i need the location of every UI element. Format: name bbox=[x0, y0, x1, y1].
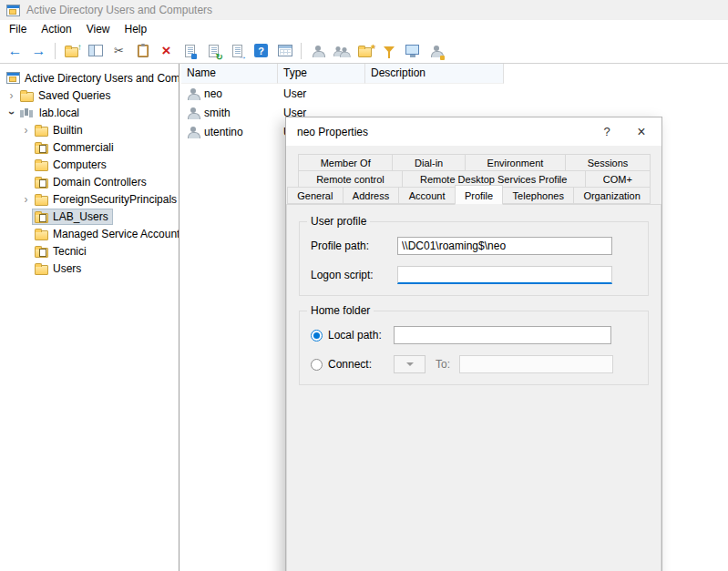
profile-path-label: Profile path: bbox=[311, 240, 397, 252]
properties-button[interactable] bbox=[179, 40, 201, 62]
tree-item-saved-queries[interactable]: Saved Queries bbox=[0, 87, 179, 104]
tree-item-computers[interactable]: Computers bbox=[0, 156, 179, 173]
paste-button[interactable] bbox=[131, 40, 154, 62]
user-name: neo bbox=[204, 87, 222, 100]
user-name: smith bbox=[204, 107, 231, 119]
user-icon bbox=[187, 87, 200, 100]
home-folder-group: Home folder Local path: Connect: To: bbox=[299, 311, 649, 385]
menu-action[interactable]: Action bbox=[34, 21, 78, 37]
export-list-icon bbox=[232, 45, 242, 57]
view-options-icon bbox=[278, 45, 292, 56]
tab-remote-control[interactable]: Remote control bbox=[298, 170, 403, 188]
to-label: To: bbox=[436, 358, 454, 371]
local-path-radio[interactable] bbox=[311, 330, 323, 342]
connect-radio[interactable] bbox=[311, 359, 323, 371]
list-item-neo[interactable]: neo User bbox=[181, 84, 728, 103]
toolbar-separator bbox=[301, 43, 302, 59]
folder-icon bbox=[20, 92, 34, 102]
dialog-close-button[interactable]: × bbox=[621, 117, 661, 146]
connect-path-input bbox=[459, 355, 613, 373]
help-icon: ? bbox=[254, 44, 268, 57]
tab-sessions[interactable]: Sessions bbox=[565, 154, 651, 171]
logon-script-input[interactable] bbox=[397, 266, 612, 284]
tab-organization[interactable]: Organization bbox=[573, 187, 651, 204]
tab-telephones[interactable]: Telephones bbox=[502, 187, 574, 204]
console-tree: Active Directory Users and Computers Sav… bbox=[0, 64, 179, 571]
show-hide-console-tree-button[interactable] bbox=[84, 40, 107, 62]
tab-com-plus[interactable]: COM+ bbox=[585, 170, 651, 188]
delete-button[interactable] bbox=[155, 40, 178, 62]
export-list-button[interactable] bbox=[226, 40, 249, 62]
user-type: User bbox=[278, 87, 365, 100]
chevron-down-icon[interactable] bbox=[5, 107, 18, 118]
user-name: utentino bbox=[204, 126, 243, 138]
tab-profile[interactable]: Profile bbox=[455, 185, 504, 205]
tree-item-managed-service-accounts[interactable]: Managed Service Accounts bbox=[0, 225, 179, 242]
tab-general[interactable]: General bbox=[287, 187, 343, 204]
back-icon bbox=[8, 43, 23, 59]
chevron-right-icon[interactable] bbox=[20, 193, 32, 206]
toolbar-separator bbox=[55, 43, 56, 59]
menu-help[interactable]: Help bbox=[118, 21, 155, 37]
up-one-level-button[interactable] bbox=[60, 40, 83, 62]
aduc-window: Active Directory Users and Computers Fil… bbox=[0, 0, 728, 571]
tab-dial-in[interactable]: Dial-in bbox=[392, 154, 466, 171]
tree-item-lab-users[interactable]: LAB_Users bbox=[0, 208, 179, 225]
ou-folder-icon bbox=[35, 178, 48, 189]
cut-button[interactable] bbox=[108, 40, 130, 62]
paste-icon bbox=[138, 45, 149, 57]
refresh-icon bbox=[209, 45, 219, 57]
chevron-right-icon[interactable] bbox=[5, 89, 17, 102]
tree-item-users[interactable]: Users bbox=[0, 260, 179, 277]
ou-folder-icon bbox=[35, 248, 48, 258]
console-icon bbox=[6, 72, 20, 84]
tab-account[interactable]: Account bbox=[398, 187, 455, 204]
home-folder-legend: Home folder bbox=[307, 304, 374, 317]
ou-folder-icon bbox=[35, 144, 48, 154]
tree-item-lab-local[interactable]: lab.local bbox=[0, 104, 179, 121]
tab-member-of[interactable]: Member Of bbox=[298, 154, 393, 171]
tree-item-foreign-security-principals[interactable]: ForeignSecurityPrincipals bbox=[0, 190, 179, 208]
user-icon bbox=[187, 126, 200, 138]
show-hide-console-tree-icon bbox=[88, 45, 103, 56]
column-header-name[interactable]: Name bbox=[181, 64, 278, 84]
connect-label: Connect: bbox=[328, 358, 394, 371]
set-filter-button[interactable] bbox=[377, 40, 400, 62]
forward-icon bbox=[32, 43, 46, 59]
menu-file[interactable]: File bbox=[2, 21, 34, 37]
tree-item-builtin[interactable]: Builtin bbox=[0, 121, 179, 138]
change-domain-button[interactable] bbox=[425, 40, 447, 62]
tree-item-root[interactable]: Active Directory Users and Computers bbox=[0, 69, 179, 87]
tab-environment[interactable]: Environment bbox=[465, 154, 566, 171]
tree-item-tecnici[interactable]: Tecnici bbox=[0, 242, 179, 260]
create-ou-icon bbox=[358, 47, 372, 57]
folder-icon bbox=[35, 161, 48, 171]
back-button[interactable] bbox=[4, 40, 26, 62]
dialog-help-button[interactable]: ? bbox=[592, 117, 621, 146]
refresh-button[interactable] bbox=[202, 40, 225, 62]
domain-icon bbox=[20, 107, 35, 118]
profile-path-input[interactable] bbox=[397, 237, 612, 255]
chevron-right-icon[interactable] bbox=[20, 124, 32, 137]
create-ou-button[interactable] bbox=[354, 40, 376, 62]
tree-item-commerciali[interactable]: Commerciali bbox=[0, 138, 179, 156]
find-objects-icon bbox=[405, 45, 419, 55]
find-objects-button[interactable] bbox=[401, 40, 424, 62]
dialog-title: neo Properties bbox=[297, 126, 592, 138]
tab-address[interactable]: Address bbox=[343, 187, 400, 204]
create-user-button[interactable] bbox=[306, 40, 329, 62]
tree-item-domain-controllers[interactable]: Domain Controllers bbox=[0, 173, 179, 190]
column-header-description[interactable]: Description bbox=[365, 64, 504, 84]
dialog-titlebar: neo Properties ? × bbox=[286, 117, 661, 146]
view-options-button[interactable] bbox=[273, 40, 296, 62]
local-path-input[interactable] bbox=[394, 326, 611, 344]
column-header-type[interactable]: Type bbox=[278, 64, 365, 84]
chevron-down-icon bbox=[406, 362, 414, 366]
create-group-button[interactable] bbox=[330, 40, 353, 62]
help-button[interactable]: ? bbox=[250, 40, 272, 62]
forward-button[interactable] bbox=[27, 40, 50, 62]
user-profile-legend: User profile bbox=[307, 215, 370, 228]
key-badge-icon bbox=[440, 56, 445, 60]
app-icon bbox=[6, 5, 20, 16]
menu-view[interactable]: View bbox=[79, 21, 118, 37]
